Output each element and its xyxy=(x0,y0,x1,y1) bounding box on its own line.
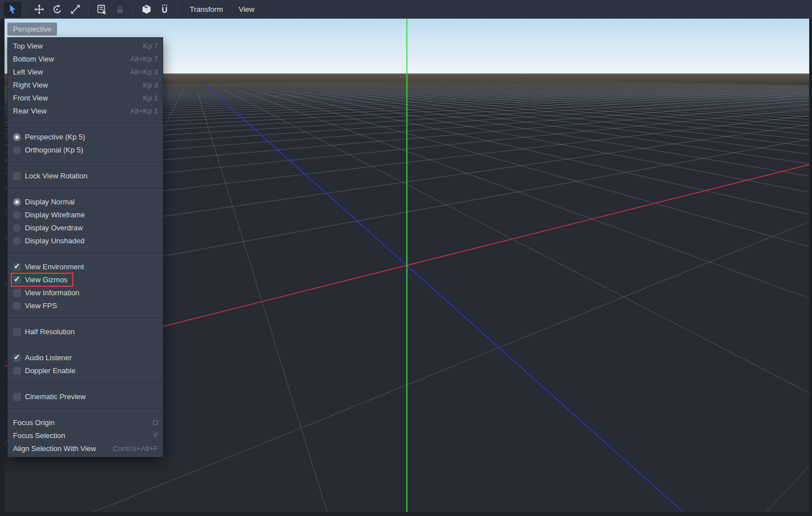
menu-item-shortcut: Alt+Kp 3 xyxy=(124,68,158,76)
checkbox-icon xyxy=(13,289,21,297)
menu-item-display-wireframe[interactable]: Display Wireframe xyxy=(8,208,163,221)
menu-item-label: Focus Selection xyxy=(13,431,66,440)
menu-item-display-normal[interactable]: Display Normal xyxy=(8,195,163,208)
menu-item-cinematic-preview[interactable]: Cinematic Preview xyxy=(8,390,163,403)
menu-item-label: Display Normal xyxy=(25,198,75,206)
menu-item-label: Doppler Enable xyxy=(25,366,76,375)
menu-item-orthogonal-kp-5[interactable]: Orthogonal (Kp 5) xyxy=(8,143,163,156)
toolbar-separator xyxy=(177,4,178,15)
menu-item-top-view[interactable]: Top ViewKp 7 xyxy=(8,40,163,53)
menu-item-perspective-kp-5[interactable]: Perspective (Kp 5) xyxy=(8,130,163,143)
menu-item-view-gizmos[interactable]: View Gizmos xyxy=(8,273,163,286)
menu-separator xyxy=(8,247,163,260)
menu-item-label: View Gizmos xyxy=(25,276,68,284)
menu-item-view-information[interactable]: View Information xyxy=(8,286,163,299)
menu-item-focus-origin[interactable]: Focus OriginO xyxy=(8,416,163,429)
menu-separator xyxy=(8,338,163,351)
menu-item-focus-selection[interactable]: Focus SelectionF xyxy=(8,429,163,442)
select-tool-button[interactable] xyxy=(4,2,21,17)
toolbar-separator xyxy=(25,4,26,15)
cube-icon xyxy=(141,4,152,15)
list-select-tool-button[interactable] xyxy=(93,2,110,17)
toolbar-separator xyxy=(133,4,133,15)
menu-item-shortcut: Kp 3 xyxy=(137,81,158,89)
menu-item-label: Perspective (Kp 5) xyxy=(25,133,85,141)
checkbox-icon xyxy=(13,302,21,310)
menu-item-label: View Environment xyxy=(25,263,84,271)
menu-item-label: Align Selection With View xyxy=(13,444,96,453)
view-dropdown-menu: Top ViewKp 7Bottom ViewAlt+Kp 7Left View… xyxy=(7,37,163,457)
magnet-icon xyxy=(159,4,170,15)
menu-separator xyxy=(8,377,163,390)
snap-toggle-button[interactable] xyxy=(156,2,173,17)
menu-separator xyxy=(8,312,163,325)
checkbox-icon xyxy=(13,263,21,271)
menu-item-front-view[interactable]: Front ViewKp 1 xyxy=(8,91,163,104)
checkbox-icon xyxy=(13,354,21,362)
menu-item-label: Left View xyxy=(13,68,43,76)
menu-item-half-resolution[interactable]: Half Resolution xyxy=(8,325,163,338)
menu-item-label: Cinematic Preview xyxy=(25,392,86,401)
menu-item-align-selection-with-view[interactable]: Align Selection With ViewControl+Alt+F xyxy=(8,442,163,455)
menu-item-label: Audio Listener xyxy=(25,353,72,362)
menu-item-shortcut: Alt+Kp 1 xyxy=(124,107,158,115)
menu-item-display-overdraw[interactable]: Display Overdraw xyxy=(8,221,163,234)
list-select-icon xyxy=(97,4,107,15)
local-space-toggle-button[interactable] xyxy=(138,2,155,17)
menu-item-label: Display Unshaded xyxy=(25,237,85,245)
menu-item-left-view[interactable]: Left ViewAlt+Kp 3 xyxy=(8,65,163,78)
checkbox-icon xyxy=(13,393,21,401)
checkbox-icon xyxy=(13,328,21,336)
menu-item-lock-view-rotation[interactable]: Lock View Rotation xyxy=(8,169,163,182)
menu-item-rear-view[interactable]: Rear ViewAlt+Kp 1 xyxy=(8,104,163,117)
menu-item-label: Right View xyxy=(13,81,48,89)
menu-item-display-unshaded[interactable]: Display Unshaded xyxy=(8,234,163,247)
menu-separator xyxy=(8,182,163,195)
menu-item-view-environment[interactable]: View Environment xyxy=(8,260,163,273)
checkbox-icon xyxy=(13,172,21,180)
cursor-icon xyxy=(7,4,18,15)
move-tool-button[interactable] xyxy=(30,2,47,17)
menu-item-label: Top View xyxy=(13,42,43,50)
menu-item-label: Lock View Rotation xyxy=(25,172,88,180)
menu-item-shortcut: Kp 1 xyxy=(137,94,158,102)
lock-selected-button xyxy=(111,2,128,17)
menu-item-label: Display Overdraw xyxy=(25,224,83,232)
scale-icon xyxy=(70,4,81,15)
menu-item-doppler-enable[interactable]: Doppler Enable xyxy=(8,364,163,377)
transform-menu-button[interactable]: Transform xyxy=(182,2,231,17)
radio-icon xyxy=(13,133,21,141)
menu-item-view-fps[interactable]: View FPS xyxy=(8,299,163,312)
radio-icon xyxy=(13,237,21,245)
menu-item-label: Front View xyxy=(13,94,48,102)
checkbox-icon xyxy=(13,276,21,284)
godot-editor-screen: { "toolbar": { "tools": [ {"label": "sel… xyxy=(0,0,812,516)
menu-item-label: Half Resolution xyxy=(25,327,75,336)
menu-item-shortcut: Alt+Kp 7 xyxy=(124,55,158,63)
menu-item-right-view[interactable]: Right ViewKp 3 xyxy=(8,78,163,91)
menu-item-label: Bottom View xyxy=(13,55,54,63)
menu-item-label: Display Wireframe xyxy=(25,211,85,219)
menu-item-shortcut: Kp 7 xyxy=(137,42,158,50)
viewport-3d[interactable]: Perspective Top ViewKp 7Bottom ViewAlt+K… xyxy=(5,19,809,512)
menu-item-shortcut: F xyxy=(148,431,158,440)
menu-item-audio-listener[interactable]: Audio Listener xyxy=(8,351,163,364)
menu-item-label: View FPS xyxy=(25,301,57,310)
radio-icon xyxy=(13,224,21,232)
rotate-icon xyxy=(52,4,63,15)
menu-separator xyxy=(8,403,163,416)
menu-item-label: Rear View xyxy=(13,107,47,115)
view-mode-button[interactable]: Perspective xyxy=(7,23,57,36)
scale-tool-button[interactable] xyxy=(67,2,84,17)
menu-separator xyxy=(8,156,163,169)
menu-item-bottom-view[interactable]: Bottom ViewAlt+Kp 7 xyxy=(8,53,163,65)
view-menu-button[interactable]: View xyxy=(231,2,263,17)
menu-item-shortcut: Control+Alt+F xyxy=(107,444,158,453)
move-icon xyxy=(34,4,45,15)
main-toolbar: Transform View xyxy=(0,0,812,19)
menu-item-label: Orthogonal (Kp 5) xyxy=(25,146,83,154)
checkbox-icon xyxy=(13,367,21,375)
rotate-tool-button[interactable] xyxy=(49,2,66,17)
toolbar-separator xyxy=(88,4,89,15)
menu-item-label: Focus Origin xyxy=(13,418,55,427)
